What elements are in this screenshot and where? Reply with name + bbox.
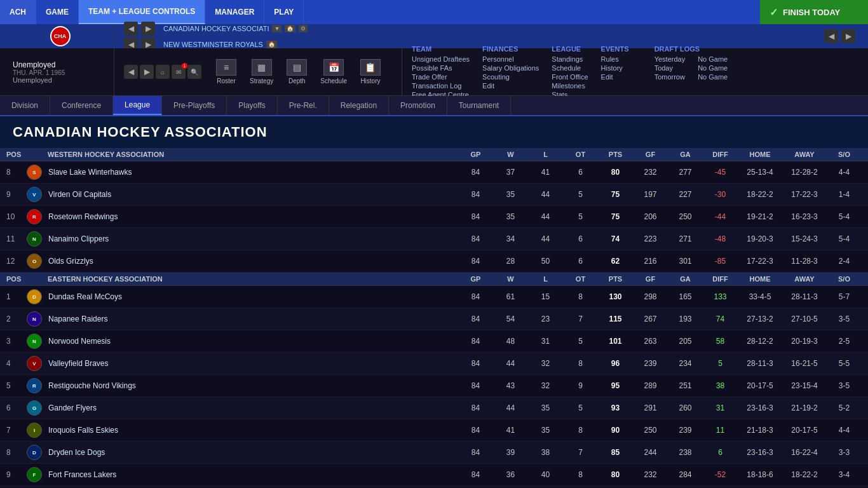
row-gp: 84 xyxy=(458,448,493,457)
tab-league[interactable]: League xyxy=(113,96,162,115)
row-gp: 84 xyxy=(458,315,493,323)
row-w: 48 xyxy=(493,337,528,346)
western-header-l: L xyxy=(528,151,563,158)
row-l: 15 xyxy=(528,292,563,301)
row-pts: 90 xyxy=(598,426,633,435)
row-gp: 84 xyxy=(458,426,493,435)
events-menu-history[interactable]: History xyxy=(601,64,629,72)
tab-tournament[interactable]: Tournament xyxy=(447,96,511,115)
roster-button[interactable]: ≡ Roster xyxy=(211,56,241,88)
team-name[interactable]: Gander Flyers xyxy=(48,403,458,412)
league-menu-front-office[interactable]: Front Office xyxy=(552,72,588,81)
table-row[interactable]: 10 R Rosetown Redwings 84 35 44 5 75 206… xyxy=(0,206,868,228)
tab-relegation[interactable]: Relegation xyxy=(329,96,389,115)
team-name[interactable]: Napanee Raiders xyxy=(48,315,458,323)
assoc1-name[interactable]: CANADIAN HOCKEY ASSOCIATI xyxy=(163,25,269,32)
row-pos: 1 xyxy=(6,292,25,301)
team-name[interactable]: Dryden Ice Dogs xyxy=(48,448,458,457)
tab-pre-rel[interactable]: Pre-Rel. xyxy=(278,96,329,115)
toolbar-forward[interactable]: ▶ xyxy=(140,65,154,79)
tab-division[interactable]: Division xyxy=(0,96,50,115)
league-menu-schedule[interactable]: Schedule xyxy=(552,64,588,72)
team-menu-trade[interactable]: Trade Offer xyxy=(412,72,470,81)
finances-menu-scouting[interactable]: Scouting xyxy=(482,72,539,81)
row-away: 16-22-4 xyxy=(782,448,827,457)
events-menu-rules[interactable]: Rules xyxy=(601,55,629,64)
depth-button[interactable]: ▤ Depth xyxy=(281,56,312,88)
finances-menu-personnel[interactable]: Personnel xyxy=(482,55,539,64)
team-name[interactable]: Virden Oil Capitals xyxy=(48,190,458,199)
table-row[interactable]: 9 F Fort Frances Lakers 84 36 40 8 80 23… xyxy=(0,464,868,486)
team-menu-possible-fas[interactable]: Possible FAs xyxy=(412,64,470,72)
table-row[interactable]: 2 N Napanee Raiders 84 54 23 7 115 267 1… xyxy=(0,308,868,330)
team-name[interactable]: Nanaimo Clippers xyxy=(48,234,458,243)
topbar-manager[interactable]: MANAGER xyxy=(205,0,264,24)
history-button[interactable]: 📋 History xyxy=(355,56,386,88)
table-row[interactable]: 6 G Gander Flyers 84 44 35 5 93 291 260 … xyxy=(0,397,868,419)
strategy-button[interactable]: ▦ Strategy xyxy=(245,56,278,88)
row-l: 44 xyxy=(528,234,563,243)
toolbar-home[interactable]: ⌂ xyxy=(156,65,170,79)
row-ot: 7 xyxy=(563,315,598,323)
topbar-play[interactable]: PLAY xyxy=(264,0,304,24)
assoc2-name[interactable]: NEW WESTMINSTER ROYALS xyxy=(163,41,263,48)
schedule-button[interactable]: 📅 Schedule xyxy=(315,56,352,88)
team-name[interactable]: Slave Lake Winterhawks xyxy=(48,168,458,177)
table-row[interactable]: 12 O Olds Grizzlys 84 28 50 6 62 216 301… xyxy=(0,250,868,273)
assoc1-next[interactable]: ▶ xyxy=(141,22,155,36)
nav-prev[interactable]: ◀ xyxy=(824,29,838,43)
nav-next[interactable]: ▶ xyxy=(841,29,855,43)
row-w: 35 xyxy=(493,190,528,199)
table-row[interactable]: 4 V Valleyfield Braves 84 44 32 8 96 239… xyxy=(0,353,868,375)
table-row[interactable]: 7 I Iroquois Falls Eskies 84 41 35 8 90 … xyxy=(0,419,868,442)
table-row[interactable]: 5 R Restigouche Nord Vikings 84 43 32 9 … xyxy=(0,375,868,397)
finish-today-button[interactable]: ✓ FINISH TODAY xyxy=(760,0,868,24)
team-name[interactable]: Restigouche Nord Vikings xyxy=(48,381,458,390)
row-ga: 227 xyxy=(668,190,703,199)
team-name[interactable]: Dundas Real McCoys xyxy=(48,292,458,301)
finances-menu-edit[interactable]: Edit xyxy=(482,81,539,90)
tab-promotion[interactable]: Promotion xyxy=(389,96,447,115)
assoc1-home-icon: 🏠 xyxy=(285,25,295,32)
table-row[interactable]: 9 V Virden Oil Capitals 84 35 44 5 75 19… xyxy=(0,184,868,206)
table-row[interactable]: 8 S Slave Lake Winterhawks 84 37 41 6 80… xyxy=(0,161,868,184)
toolbar-search[interactable]: 🔍 xyxy=(187,65,201,79)
table-row[interactable]: 1 D Dundas Real McCoys 84 61 15 8 130 29… xyxy=(0,286,868,308)
topbar-game[interactable]: GAME xyxy=(36,0,79,24)
row-so: 4-4 xyxy=(827,426,862,435)
tab-playoffs[interactable]: Playoffs xyxy=(227,96,277,115)
events-menu-edit[interactable]: Edit xyxy=(601,72,629,81)
team-name[interactable]: Valleyfield Braves xyxy=(48,359,458,368)
team-menu-unsigned[interactable]: Unsigned Draftees xyxy=(412,55,470,64)
draft-logs-yesterday-value: No Game xyxy=(698,55,728,64)
eastern-header-pts: PTS xyxy=(598,275,633,283)
team-menu-transaction[interactable]: Transaction Log xyxy=(412,81,470,90)
team-logo: R xyxy=(25,377,43,395)
tab-pre-playoffs[interactable]: Pre-Playoffs xyxy=(162,96,227,115)
row-home: 28-12-2 xyxy=(738,337,782,346)
team-name[interactable]: Norwood Nemesis xyxy=(48,337,458,346)
assoc1-prev[interactable]: ◀ xyxy=(124,22,138,36)
roster-label: Roster xyxy=(217,78,235,85)
row-home: 18-18-6 xyxy=(738,470,782,479)
topbar-ach[interactable]: ACH xyxy=(0,0,36,24)
row-ga: 250 xyxy=(668,212,703,221)
table-row[interactable]: 3 N Norwood Nemesis 84 48 31 5 101 263 2… xyxy=(0,330,868,353)
topbar-team-league[interactable]: TEAM + LEAGUE CONTROLS xyxy=(79,0,205,24)
table-row[interactable]: 11 N Nanaimo Clippers 84 34 44 6 74 223 … xyxy=(0,228,868,250)
toolbar-mail[interactable]: ✉ 1 xyxy=(172,65,186,79)
league-menu-standings[interactable]: Standings xyxy=(552,55,588,64)
row-gf: 206 xyxy=(633,212,668,221)
table-row[interactable]: 8 D Dryden Ice Dogs 84 39 38 7 85 244 23… xyxy=(0,442,868,464)
row-pos: 5 xyxy=(6,381,25,390)
finances-menu-salary[interactable]: Salary Obligations xyxy=(482,64,539,72)
team-name[interactable]: Fort Frances Lakers xyxy=(48,470,458,479)
league-menu-milestones[interactable]: Milestones xyxy=(552,81,588,90)
tab-conference[interactable]: Conference xyxy=(50,96,113,115)
row-home: 19-21-2 xyxy=(738,212,782,221)
standings-wrapper[interactable]: POS WESTERN HOCKEY ASSOCIATION GP W L OT… xyxy=(0,148,868,488)
team-name[interactable]: Rosetown Redwings xyxy=(48,212,458,221)
team-name[interactable]: Iroquois Falls Eskies xyxy=(48,426,458,435)
toolbar-back[interactable]: ◀ xyxy=(124,65,138,79)
team-name[interactable]: Olds Grizzlys xyxy=(48,257,458,266)
